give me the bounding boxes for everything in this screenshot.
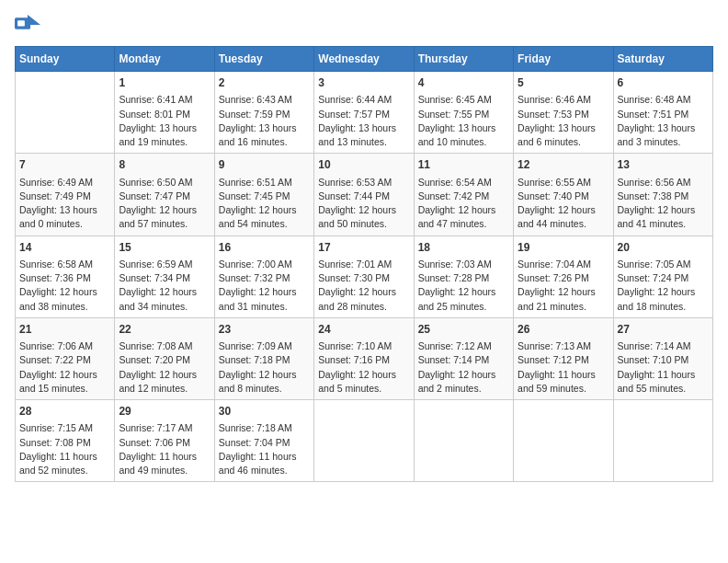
day-number: 17 (318, 240, 409, 256)
day-number: 22 (119, 322, 210, 338)
day-info: Sunrise: 7:06 AMSunset: 7:22 PMDaylight:… (19, 339, 110, 396)
calendar-cell-w4-d5: 25Sunrise: 7:12 AMSunset: 7:14 PMDayligh… (414, 317, 513, 399)
day-info: Sunrise: 7:18 AMSunset: 7:04 PMDaylight:… (219, 421, 310, 477)
day-number: 1 (119, 75, 210, 91)
day-number: 24 (318, 322, 409, 338)
calendar-cell-w4-d2: 22Sunrise: 7:08 AMSunset: 7:20 PMDayligh… (115, 317, 214, 399)
calendar-week-3: 14Sunrise: 6:58 AMSunset: 7:36 PMDayligh… (16, 236, 713, 317)
header-sunday: Sunday (16, 47, 115, 72)
calendar-cell-w3-d7: 20Sunrise: 7:05 AMSunset: 7:24 PMDayligh… (613, 236, 712, 317)
calendar-cell-w2-d7: 13Sunrise: 6:56 AMSunset: 7:38 PMDayligh… (613, 154, 712, 236)
day-number: 26 (518, 322, 609, 338)
day-info: Sunrise: 6:48 AMSunset: 7:51 PMDaylight:… (618, 93, 709, 149)
calendar-week-1: 1Sunrise: 6:41 AMSunset: 8:01 PMDaylight… (16, 72, 713, 154)
day-info: Sunrise: 7:13 AMSunset: 7:12 PMDaylight:… (518, 339, 609, 396)
day-number: 2 (219, 75, 310, 91)
calendar-cell-w3-d5: 18Sunrise: 7:03 AMSunset: 7:28 PMDayligh… (414, 236, 513, 317)
day-number: 8 (119, 157, 210, 173)
day-info: Sunrise: 7:10 AMSunset: 7:16 PMDaylight:… (318, 339, 409, 396)
header-thursday: Thursday (414, 47, 513, 72)
day-number: 12 (518, 157, 609, 173)
day-info: Sunrise: 6:43 AMSunset: 7:59 PMDaylight:… (219, 93, 310, 149)
day-number: 4 (418, 75, 509, 91)
day-info: Sunrise: 6:46 AMSunset: 7:53 PMDaylight:… (518, 93, 609, 149)
calendar-cell-w3-d3: 16Sunrise: 7:00 AMSunset: 7:32 PMDayligh… (214, 236, 313, 317)
day-info: Sunrise: 7:14 AMSunset: 7:10 PMDaylight:… (618, 339, 709, 396)
calendar-cell-w5-d1: 28Sunrise: 7:15 AMSunset: 7:08 PMDayligh… (16, 400, 115, 482)
calendar-cell-w5-d6 (514, 400, 613, 482)
day-info: Sunrise: 6:41 AMSunset: 8:01 PMDaylight:… (119, 93, 210, 149)
day-info: Sunrise: 7:04 AMSunset: 7:26 PMDaylight:… (518, 258, 609, 314)
calendar-cell-w2-d3: 9Sunrise: 6:51 AMSunset: 7:45 PMDaylight… (214, 154, 313, 236)
calendar-cell-w2-d6: 12Sunrise: 6:55 AMSunset: 7:40 PMDayligh… (514, 154, 613, 236)
day-info: Sunrise: 7:00 AMSunset: 7:32 PMDaylight:… (219, 258, 310, 314)
day-info: Sunrise: 7:08 AMSunset: 7:20 PMDaylight:… (119, 339, 210, 396)
day-info: Sunrise: 6:56 AMSunset: 7:38 PMDaylight:… (618, 176, 709, 232)
calendar-week-5: 28Sunrise: 7:15 AMSunset: 7:08 PMDayligh… (16, 400, 713, 482)
day-number: 21 (19, 322, 110, 338)
calendar-cell-w5-d2: 29Sunrise: 7:17 AMSunset: 7:06 PMDayligh… (115, 400, 214, 482)
calendar-header-row: SundayMondayTuesdayWednesdayThursdayFrid… (16, 47, 713, 72)
calendar-cell-w4-d1: 21Sunrise: 7:06 AMSunset: 7:22 PMDayligh… (16, 317, 115, 399)
calendar-cell-w2-d1: 7Sunrise: 6:49 AMSunset: 7:49 PMDaylight… (16, 154, 115, 236)
day-number: 11 (418, 157, 509, 173)
day-number: 6 (618, 75, 709, 91)
day-number: 5 (518, 75, 609, 91)
calendar-cell-w2-d5: 11Sunrise: 6:54 AMSunset: 7:42 PMDayligh… (414, 154, 513, 236)
header (15, 15, 713, 35)
day-info: Sunrise: 6:59 AMSunset: 7:34 PMDaylight:… (119, 258, 210, 314)
calendar-cell-w5-d5 (414, 400, 513, 482)
calendar-cell-w5-d3: 30Sunrise: 7:18 AMSunset: 7:04 PMDayligh… (214, 400, 313, 482)
day-info: Sunrise: 6:53 AMSunset: 7:44 PMDaylight:… (318, 176, 409, 232)
day-info: Sunrise: 7:05 AMSunset: 7:24 PMDaylight:… (618, 258, 709, 314)
day-info: Sunrise: 6:44 AMSunset: 7:57 PMDaylight:… (318, 93, 409, 149)
day-info: Sunrise: 6:49 AMSunset: 7:49 PMDaylight:… (19, 176, 110, 232)
day-number: 14 (19, 240, 110, 256)
calendar-cell-w4-d6: 26Sunrise: 7:13 AMSunset: 7:12 PMDayligh… (514, 317, 613, 399)
day-number: 16 (219, 240, 310, 256)
calendar-cell-w5-d7 (613, 400, 712, 482)
day-number: 7 (19, 157, 110, 173)
day-number: 30 (219, 404, 310, 419)
calendar-cell-w1-d4: 3Sunrise: 6:44 AMSunset: 7:57 PMDaylight… (314, 72, 414, 154)
header-friday: Friday (514, 47, 613, 72)
calendar-week-4: 21Sunrise: 7:06 AMSunset: 7:22 PMDayligh… (16, 317, 713, 399)
day-number: 9 (219, 157, 310, 173)
day-info: Sunrise: 7:03 AMSunset: 7:28 PMDaylight:… (418, 258, 509, 314)
day-info: Sunrise: 6:54 AMSunset: 7:42 PMDaylight:… (418, 176, 509, 232)
day-number: 3 (318, 75, 409, 91)
day-number: 20 (618, 240, 709, 256)
calendar-cell-w1-d2: 1Sunrise: 6:41 AMSunset: 8:01 PMDaylight… (115, 72, 214, 154)
calendar-cell-w3-d6: 19Sunrise: 7:04 AMSunset: 7:26 PMDayligh… (514, 236, 613, 317)
day-number: 15 (119, 240, 210, 256)
svg-rect-2 (17, 20, 25, 26)
header-monday: Monday (115, 47, 214, 72)
logo-icon (15, 15, 40, 35)
header-wednesday: Wednesday (314, 47, 414, 72)
calendar-cell-w1-d1 (16, 72, 115, 154)
day-info: Sunrise: 7:12 AMSunset: 7:14 PMDaylight:… (418, 339, 509, 396)
day-info: Sunrise: 6:51 AMSunset: 7:45 PMDaylight:… (219, 176, 310, 232)
calendar-cell-w1-d3: 2Sunrise: 6:43 AMSunset: 7:59 PMDaylight… (214, 72, 313, 154)
day-number: 29 (119, 404, 210, 419)
day-number: 23 (219, 322, 310, 338)
calendar-table: SundayMondayTuesdayWednesdayThursdayFrid… (15, 46, 713, 482)
calendar-week-2: 7Sunrise: 6:49 AMSunset: 7:49 PMDaylight… (16, 154, 713, 236)
calendar-cell-w2-d2: 8Sunrise: 6:50 AMSunset: 7:47 PMDaylight… (115, 154, 214, 236)
day-info: Sunrise: 7:15 AMSunset: 7:08 PMDaylight:… (19, 421, 110, 477)
calendar-cell-w4-d4: 24Sunrise: 7:10 AMSunset: 7:16 PMDayligh… (314, 317, 414, 399)
calendar-cell-w5-d4 (314, 400, 414, 482)
day-info: Sunrise: 6:45 AMSunset: 7:55 PMDaylight:… (418, 93, 509, 149)
day-number: 18 (418, 240, 509, 256)
day-info: Sunrise: 7:01 AMSunset: 7:30 PMDaylight:… (318, 258, 409, 314)
svg-marker-1 (28, 15, 40, 25)
calendar-cell-w3-d4: 17Sunrise: 7:01 AMSunset: 7:30 PMDayligh… (314, 236, 414, 317)
header-saturday: Saturday (613, 47, 712, 72)
day-number: 27 (618, 322, 709, 338)
day-number: 25 (418, 322, 509, 338)
calendar-cell-w4-d3: 23Sunrise: 7:09 AMSunset: 7:18 PMDayligh… (214, 317, 313, 399)
day-info: Sunrise: 6:58 AMSunset: 7:36 PMDaylight:… (19, 258, 110, 314)
day-number: 13 (618, 157, 709, 173)
logo (15, 15, 44, 35)
day-number: 28 (19, 404, 110, 419)
